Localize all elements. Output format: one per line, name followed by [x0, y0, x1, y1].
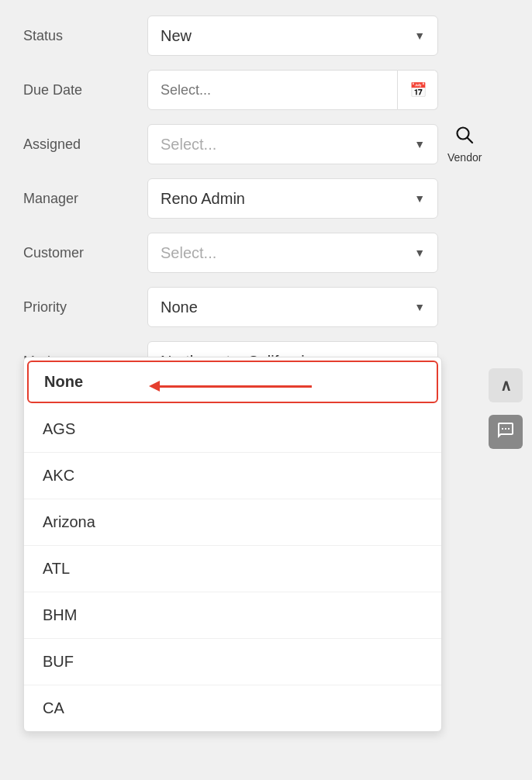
dropdown-item-none[interactable]: None: [27, 361, 438, 403]
arrow-annotation: [157, 385, 312, 388]
chevron-up-icon: ∧: [500, 376, 512, 395]
dropdown-item-ags-label: AGS: [43, 420, 75, 437]
chat-icon: [496, 421, 515, 443]
due-date-input[interactable]: [147, 70, 398, 110]
manager-label: Manager: [23, 191, 147, 207]
assigned-label: Assigned: [23, 136, 147, 153]
dropdown-item-bhm[interactable]: BHM: [24, 592, 441, 639]
vendor-label: Vendor: [447, 151, 482, 164]
customer-label: Customer: [23, 245, 147, 261]
arrow-line: [157, 385, 312, 388]
due-date-row: Due Date 📅: [23, 70, 509, 110]
priority-select[interactable]: None ▼: [147, 287, 438, 327]
manager-control: Reno Admin ▼: [147, 178, 438, 219]
priority-chevron-icon: ▼: [414, 301, 425, 313]
assigned-chevron-icon: ▼: [414, 138, 425, 150]
manager-value: Reno Admin: [161, 190, 245, 208]
assigned-placeholder: Select...: [161, 136, 216, 154]
priority-label: Priority: [23, 299, 147, 316]
customer-placeholder: Select...: [161, 244, 216, 262]
priority-value: None: [161, 299, 198, 316]
assigned-select[interactable]: Select... ▼: [147, 124, 438, 164]
status-select[interactable]: New ▼: [147, 16, 438, 56]
dropdown-item-bhm-label: BHM: [43, 606, 77, 623]
dropdown-item-buf[interactable]: BUF: [24, 639, 441, 685]
dropdown-item-atl-label: ATL: [43, 560, 70, 577]
dropdown-item-akc-label: AKC: [43, 467, 74, 484]
svg-rect-2: [502, 428, 503, 430]
dropdown-item-ca-label: CA: [43, 699, 64, 716]
calendar-button[interactable]: 📅: [398, 70, 438, 110]
chat-button[interactable]: [489, 415, 523, 449]
svg-rect-4: [508, 428, 510, 430]
dropdown-item-buf-label: BUF: [43, 653, 74, 670]
assigned-control: Select... ▼: [147, 124, 438, 164]
customer-chevron-icon: ▼: [414, 247, 425, 259]
priority-row: Priority None ▼: [23, 287, 509, 327]
customer-select[interactable]: Select... ▼: [147, 233, 438, 273]
manager-select[interactable]: Reno Admin ▼: [147, 178, 438, 219]
dropdown-item-atl[interactable]: ATL: [24, 546, 441, 592]
assigned-row: Assigned Select... ▼ Vendor: [23, 124, 509, 164]
dropdown-item-akc[interactable]: AKC: [24, 453, 441, 499]
status-row: Status New ▼: [23, 16, 509, 56]
search-icon: [454, 125, 475, 150]
due-date-label: Due Date: [23, 82, 147, 98]
svg-rect-3: [505, 428, 506, 430]
dropdown-item-none-label: None: [44, 373, 83, 390]
dropdown-item-ags[interactable]: AGS: [24, 406, 441, 453]
scroll-up-button[interactable]: ∧: [489, 368, 523, 402]
dropdown-item-ca[interactable]: CA: [24, 685, 441, 731]
vendor-button[interactable]: Vendor: [447, 125, 482, 164]
priority-control: None ▼: [147, 287, 438, 327]
status-value: New: [161, 27, 192, 45]
customer-control: Select... ▼: [147, 233, 438, 273]
svg-line-1: [468, 138, 473, 143]
status-control: New ▼: [147, 16, 438, 56]
form-container: Status New ▼ Due Date 📅 Assigned Select.…: [0, 0, 532, 411]
manager-row: Manager Reno Admin ▼: [23, 178, 509, 219]
dropdown-item-arizona-label: Arizona: [43, 513, 95, 530]
customer-row: Customer Select... ▼: [23, 233, 509, 273]
due-date-control: 📅: [147, 70, 438, 110]
calendar-icon: 📅: [409, 81, 427, 98]
manager-chevron-icon: ▼: [414, 192, 425, 205]
dropdown-item-arizona[interactable]: Arizona: [24, 499, 441, 546]
market-dropdown: None AGS AKC Arizona ATL BHM BUF CA: [23, 357, 442, 732]
status-label: Status: [23, 28, 147, 44]
status-chevron-icon: ▼: [414, 29, 425, 42]
